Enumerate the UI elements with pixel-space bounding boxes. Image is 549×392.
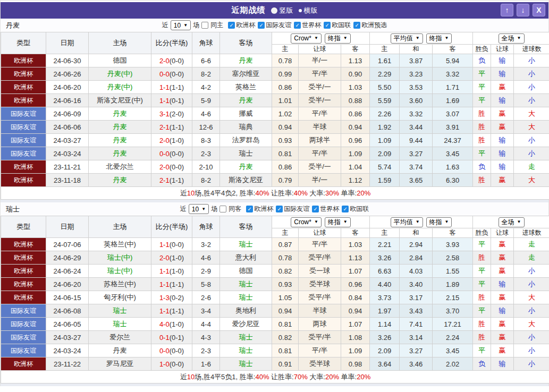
- match-row: 国际友谊24-06-06丹麦2-1(1-1)12-6瑞典0.94半球0.941.…: [1, 121, 549, 134]
- odds-away: 1.03: [341, 81, 370, 94]
- match-row: 国际友谊24-03-27丹麦2-0(1-0)8-3法罗群岛0.93两球半0.96…: [1, 134, 549, 147]
- average-time-select[interactable]: 终指▼: [426, 217, 452, 227]
- odds-home: 1.02: [272, 107, 299, 121]
- horizontal-layout-radio[interactable]: 横版: [299, 6, 318, 15]
- radio-unselected-icon: [271, 7, 277, 14]
- competition-type: 欧洲杯: [1, 238, 46, 251]
- score: 3-1(2-0): [151, 107, 192, 121]
- competition-type: 欧洲杯: [1, 160, 46, 174]
- avg-away: 3.07: [433, 107, 473, 121]
- same-venue-checkbox[interactable]: [201, 22, 208, 29]
- avg-home: 6.63: [370, 265, 400, 278]
- competition-type: 国际友谊: [1, 318, 46, 331]
- score: 2-1(1-1): [151, 174, 192, 187]
- move-up-button[interactable]: ↑: [501, 4, 513, 16]
- avg-away: 1.69: [433, 94, 473, 107]
- match-date: 23-11-21: [46, 160, 89, 174]
- bookmaker-select[interactable]: Crow*▼: [291, 217, 322, 227]
- competition-checkbox[interactable]: ✓: [228, 22, 235, 29]
- average-select[interactable]: 平均值▼: [391, 33, 423, 44]
- matches-count-select[interactable]: 10 ▼: [171, 20, 191, 30]
- home-team: 丹麦: [89, 134, 151, 147]
- result-goals-header: 进球数: [514, 228, 549, 238]
- match-date: 24-06-08: [46, 304, 89, 318]
- home-team: 苏格兰(中): [89, 278, 151, 291]
- avg-draw: 3.60: [400, 94, 433, 107]
- matches-table: 类型 日期 主场 比分(半场) 角球 客场 Crow*▼ 终指▼ 平均值: [1, 32, 549, 200]
- odds-home: 0.82: [272, 331, 299, 344]
- scope-select[interactable]: 全场▼: [499, 33, 525, 44]
- average-value: 平均值: [394, 218, 413, 227]
- average-select[interactable]: 平均值▼: [391, 217, 423, 227]
- odds-home: 0.91: [272, 357, 299, 371]
- score: 1-0(0-0): [151, 357, 192, 371]
- result-winlose: 平: [473, 265, 491, 278]
- away-team: 瑞士: [220, 357, 272, 371]
- competition-checkbox[interactable]: ✓: [294, 22, 301, 29]
- avg-home-header: 主: [370, 45, 400, 54]
- summary-segment: 10: [187, 189, 195, 197]
- bookmaker-odds-group: Crow*▼ 终指▼: [272, 216, 370, 228]
- bookmaker-time-select[interactable]: 终指▼: [325, 33, 351, 44]
- home-team: 瑞士(中): [89, 265, 151, 278]
- competition-filters: ✓欧洲杯✓国际友谊✓世界杯✓欧国联✓欧洲预选: [225, 21, 387, 30]
- odds-home: 0.78: [272, 251, 299, 265]
- result-winlose: 平: [473, 238, 491, 251]
- competition-label: 世界杯: [320, 204, 339, 214]
- result-goals: 大: [514, 291, 549, 304]
- close-button[interactable]: X: [533, 4, 545, 16]
- odds-home: 0.86: [272, 81, 299, 94]
- home-team: 瑞士: [89, 304, 151, 318]
- competition-checkbox[interactable]: ✓: [246, 206, 253, 212]
- near-label: 近: [162, 21, 168, 30]
- competition-checkbox[interactable]: ✓: [258, 22, 265, 29]
- result-goals: 小: [514, 94, 549, 107]
- average-odds-group: 平均值▼ 终指▼: [370, 216, 473, 228]
- score: 1-1(0-1): [151, 94, 192, 107]
- move-down-button[interactable]: ↓: [517, 4, 529, 16]
- same-venue-label: 同客: [229, 204, 241, 214]
- bookmaker-select[interactable]: Crow*▼: [291, 33, 322, 44]
- match-date: 24-06-30: [46, 54, 89, 67]
- odds-away: 0.94: [341, 304, 370, 318]
- away-team: 瑞典: [220, 121, 272, 134]
- odds-away: 0.96: [341, 278, 370, 291]
- summary-segment: 场,胜4平5负1, 胜率:: [195, 373, 255, 381]
- result-goals: 走: [514, 238, 549, 251]
- avg-draw-header: 和: [400, 228, 433, 238]
- vertical-layout-radio[interactable]: 竖版: [271, 6, 293, 15]
- competition-checkbox[interactable]: ✓: [342, 206, 349, 212]
- scope-select[interactable]: 全场▼: [499, 217, 525, 227]
- competition-checkbox[interactable]: ✓: [324, 22, 331, 29]
- competition-checkbox[interactable]: ✓: [353, 22, 360, 29]
- same-venue-checkbox[interactable]: [219, 206, 226, 212]
- score: 2-0(1-0): [151, 134, 192, 147]
- bookmaker-time-select[interactable]: 终指▼: [325, 217, 351, 227]
- match-row: 国际友谊24-06-08瑞士1-1(1-1)3-4奥地利0.94半球0.941.…: [1, 304, 549, 318]
- result-handicap: 赢: [491, 251, 514, 265]
- chevron-down-icon: ▼: [517, 220, 521, 224]
- avg-home: 3.64: [370, 357, 400, 371]
- corner-count: 4-2: [192, 81, 220, 94]
- result-wl-header: 胜负: [473, 45, 491, 54]
- home-team: 丹麦: [89, 147, 151, 160]
- average-time-value: 终指: [429, 34, 442, 43]
- close-icon: X: [536, 6, 541, 14]
- avg-away: 1.71: [433, 81, 473, 94]
- odds-home: 0.78: [272, 54, 299, 67]
- result-winlose: 胜: [473, 291, 491, 304]
- result-handicap: 赢: [491, 265, 514, 278]
- matches-count-select[interactable]: 10 ▼: [189, 204, 209, 214]
- home-team: 丹麦: [89, 121, 151, 134]
- team-section-switzerland: 瑞士 近 10 ▼ 场 同客 ✓欧洲杯✓国际友谊✓世界杯✓欧国联: [1, 202, 548, 384]
- competition-checkbox[interactable]: ✓: [276, 206, 283, 212]
- home-team: 罗马尼亚: [89, 357, 151, 371]
- odds-away: 0.98: [341, 357, 370, 371]
- odds-away: 1.04: [341, 160, 370, 174]
- home-team: 丹麦(中): [89, 81, 151, 94]
- chevron-down-icon: ▼: [314, 36, 318, 40]
- average-time-select[interactable]: 终指▼: [426, 33, 452, 44]
- away-team: 瑞士: [220, 147, 272, 160]
- competition-type: 国际友谊: [1, 331, 46, 344]
- competition-checkbox[interactable]: ✓: [312, 206, 319, 212]
